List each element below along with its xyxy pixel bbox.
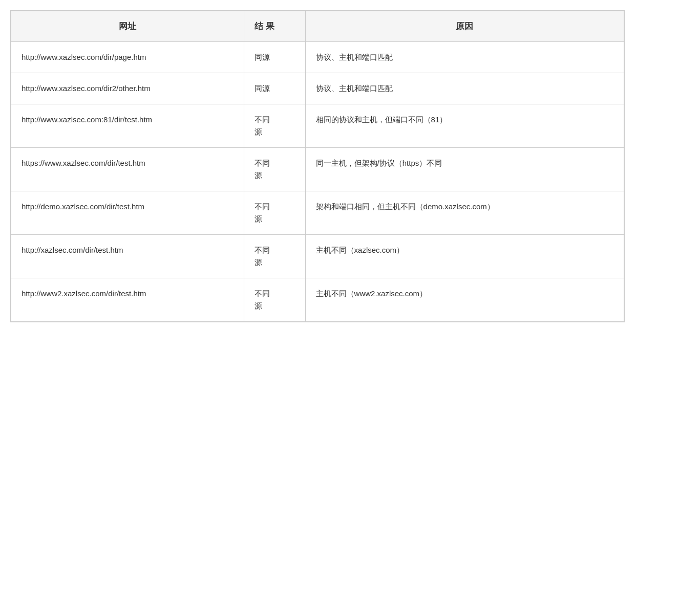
table-row: http://www2.xazlsec.com/dir/test.htm不同 源… (11, 278, 624, 322)
table-row: http://www.xazlsec.com/dir/page.htm同源协议、… (11, 42, 624, 73)
table-row: http://xazlsec.com/dir/test.htm不同 源主机不同（… (11, 235, 624, 278)
table-row: http://www.xazlsec.com:81/dir/test.htm不同… (11, 104, 624, 148)
cell-reason: 架构和端口相同，但主机不同（demo.xazlsec.com） (305, 191, 624, 235)
comparison-table: 网址 结 果 原因 http://www.xazlsec.com/dir/pag… (11, 11, 624, 322)
cell-reason: 协议、主机和端口匹配 (305, 73, 624, 104)
header-reason: 原因 (305, 11, 624, 42)
cell-url: http://www.xazlsec.com/dir/page.htm (11, 42, 244, 73)
cell-url: http://www.xazlsec.com:81/dir/test.htm (11, 104, 244, 148)
cell-result: 不同 源 (244, 278, 305, 322)
cell-result: 不同 源 (244, 104, 305, 148)
table-row: http://www.xazlsec.com/dir2/other.htm同源协… (11, 73, 624, 104)
cell-url: http://demo.xazlsec.com/dir/test.htm (11, 191, 244, 235)
cell-reason: 主机不同（www2.xazlsec.com） (305, 278, 624, 322)
header-result: 结 果 (244, 11, 305, 42)
cell-result: 同源 (244, 42, 305, 73)
table-row: https://www.xazlsec.com/dir/test.htm不同 源… (11, 148, 624, 191)
cell-result: 不同 源 (244, 191, 305, 235)
cell-result: 不同 源 (244, 148, 305, 191)
header-url: 网址 (11, 11, 244, 42)
cell-reason: 同一主机，但架构/协议（https）不同 (305, 148, 624, 191)
cell-url: http://www2.xazlsec.com/dir/test.htm (11, 278, 244, 322)
main-table-container: 网址 结 果 原因 http://www.xazlsec.com/dir/pag… (10, 10, 625, 322)
cell-result: 同源 (244, 73, 305, 104)
cell-url: http://xazlsec.com/dir/test.htm (11, 235, 244, 278)
cell-url: https://www.xazlsec.com/dir/test.htm (11, 148, 244, 191)
table-row: http://demo.xazlsec.com/dir/test.htm不同 源… (11, 191, 624, 235)
cell-reason: 主机不同（xazlsec.com） (305, 235, 624, 278)
cell-reason: 相同的协议和主机，但端口不同（81） (305, 104, 624, 148)
cell-result: 不同 源 (244, 235, 305, 278)
cell-reason: 协议、主机和端口匹配 (305, 42, 624, 73)
table-header-row: 网址 结 果 原因 (11, 11, 624, 42)
cell-url: http://www.xazlsec.com/dir2/other.htm (11, 73, 244, 104)
